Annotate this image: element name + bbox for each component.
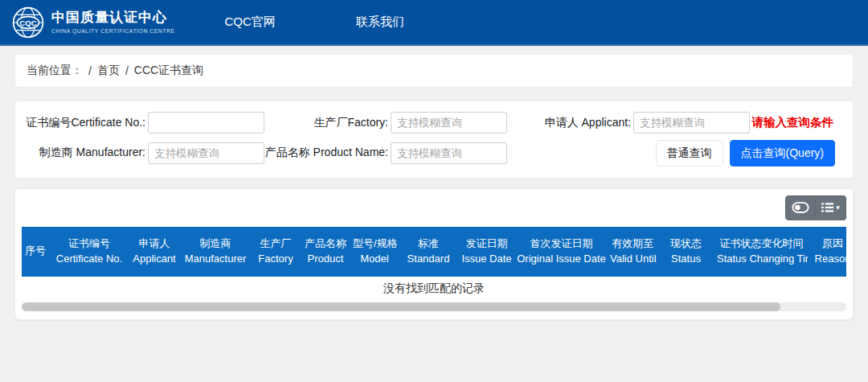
manufacturer-field: 制造商 Manufacturer: (23, 142, 264, 164)
toggle-view-icon (792, 201, 809, 214)
horizontal-scrollbar-track[interactable] (22, 302, 846, 311)
factory-label: 生产厂Factory: (264, 116, 391, 130)
breadcrumb-current-page: CCC证书查询 (134, 64, 203, 78)
breadcrumb-separator: / (125, 64, 129, 77)
query-hint-text: 请输入查询条件 (752, 116, 834, 129)
caret-down-icon: ▾ (836, 204, 840, 212)
col-valid-until: 有效期至Valid Until (608, 227, 657, 277)
globe-logo-icon: CQC (11, 6, 45, 39)
factory-field: 生产厂Factory: (264, 112, 507, 133)
empty-results-message: 没有找到匹配的记录 (22, 277, 846, 299)
nav-menu: CQC官网 联系我们 (204, 6, 425, 38)
breadcrumb-separator: / (88, 64, 92, 77)
org-name-zh: 中国质量认证中心 (51, 10, 175, 26)
col-index: 序号 (22, 227, 49, 277)
applicant-label: 申请人 Applicant: (507, 116, 633, 130)
col-model: 型号/规格Model (351, 227, 398, 277)
applicant-input[interactable] (633, 112, 750, 133)
col-manufacturer: 制造商Manufacturer (179, 227, 252, 277)
columns-dropdown-button[interactable]: ▾ (816, 195, 846, 220)
col-factory: 生产厂Factory (252, 227, 300, 277)
horizontal-scrollbar-thumb[interactable] (22, 302, 780, 311)
manufacturer-input[interactable] (148, 142, 264, 164)
normal-query-button[interactable]: 普通查询 (656, 140, 723, 166)
top-navbar: CQC 中国质量认证中心 CHINA QUALITY CERTIFICATION… (0, 0, 868, 46)
factory-input[interactable] (391, 112, 507, 133)
svg-text:CQC: CQC (19, 18, 36, 27)
applicant-field: 申请人 Applicant: (507, 112, 750, 133)
product-name-label: 产品名称 Product Name: (264, 146, 391, 160)
org-name-en: CHINA QUALITY CERTIFICATION CENTRE (51, 28, 175, 34)
toggle-view-button[interactable] (785, 195, 816, 220)
col-status-changing-time: 证书状态变化时间Status Changing Time (715, 227, 808, 277)
col-standard: 标准Standard (398, 227, 459, 277)
org-name: 中国质量认证中心 CHINA QUALITY CERTIFICATION CEN… (51, 10, 175, 34)
table-scroll-container: 序号 证书编号Certificate No. 申请人Applicant 制造商M… (22, 227, 846, 311)
hint-cell: 请输入查询条件 (750, 115, 845, 130)
table-toolbar-button-group: ▾ (785, 195, 846, 220)
product-name-field: 产品名称 Product Name: (264, 142, 507, 164)
cqc-logo[interactable]: CQC 中国质量认证中心 CHINA QUALITY CERTIFICATION… (11, 6, 175, 39)
certificate-no-input[interactable] (148, 112, 264, 133)
certificates-table: 序号 证书编号Certificate No. 申请人Applicant 制造商M… (22, 227, 846, 277)
columns-list-icon (821, 202, 833, 213)
col-reason: 原因Reason (808, 227, 846, 277)
product-name-input[interactable] (391, 142, 507, 164)
certificate-no-field: 证书编号Certificate No.: (23, 112, 264, 133)
nav-item-cqc-website[interactable]: CQC官网 (204, 6, 297, 38)
col-product: 产品名称Product (300, 227, 351, 277)
nav-item-contact-us[interactable]: 联系我们 (335, 6, 425, 38)
col-status: 现状态Status (657, 227, 715, 277)
breadcrumb: 当前位置： / 首页 / CCC证书查询 (14, 54, 854, 88)
query-form-panel: 证书编号Certificate No.: 生产厂Factory: 申请人 App… (14, 101, 854, 179)
form-actions: 普通查询 点击查询(Query) (507, 140, 845, 166)
col-certificate-no: 证书编号Certificate No. (49, 227, 129, 277)
table-toolbar: ▾ (22, 195, 846, 220)
breadcrumb-prefix: 当前位置： (27, 64, 83, 78)
manufacturer-label: 制造商 Manufacturer: (23, 146, 148, 160)
query-button[interactable]: 点击查询(Query) (730, 140, 835, 166)
col-applicant: 申请人Applicant (129, 227, 179, 277)
certificate-no-label: 证书编号Certificate No.: (23, 116, 148, 130)
results-table-panel: ▾ 序号 证书编号Certificate No. 申请人Applicant 制造… (14, 188, 854, 320)
col-original-issue-date: 首次发证日期Original Issue Date (514, 227, 608, 277)
col-issue-date: 发证日期Issue Date (459, 227, 514, 277)
table-header-row: 序号 证书编号Certificate No. 申请人Applicant 制造商M… (22, 227, 846, 277)
breadcrumb-home-link[interactable]: 首页 (97, 64, 120, 78)
